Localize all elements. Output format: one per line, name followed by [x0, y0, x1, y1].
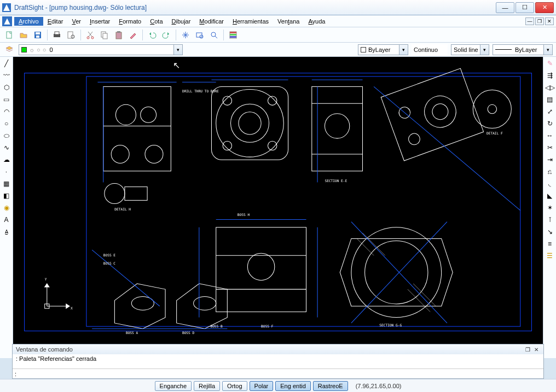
print-button[interactable]: [51, 29, 63, 41]
status-enganche[interactable]: Enganche: [155, 381, 192, 391]
svg-rect-25: [103, 86, 171, 171]
print-preview-button[interactable]: [65, 29, 77, 41]
layer-combo[interactable]: ☼ ○ ○ 0: [19, 44, 183, 55]
mirror-tool[interactable]: ◁▷: [545, 82, 555, 93]
cut-button[interactable]: [84, 29, 96, 41]
region-tool[interactable]: ◉: [1, 202, 12, 213]
menu-modificar[interactable]: Modificar: [195, 17, 228, 26]
status-ortog[interactable]: Ortog: [222, 381, 247, 391]
break-tool[interactable]: ⎌: [545, 166, 555, 177]
color-label: ByLayer: [368, 46, 390, 53]
zoom-extents-button[interactable]: [208, 29, 220, 41]
properties-palette-button[interactable]: [227, 29, 239, 41]
menu-ver[interactable]: Ver: [67, 17, 85, 26]
polyline-tool[interactable]: 〰: [1, 70, 12, 81]
menu-formato[interactable]: Formato: [114, 17, 146, 26]
ellipse-tool[interactable]: ⬭: [1, 130, 12, 141]
mdi-restore-button[interactable]: ❐: [535, 17, 544, 25]
scale-tool[interactable]: ⤢: [545, 106, 555, 117]
undo-button[interactable]: [146, 29, 158, 41]
menu-dibujar[interactable]: Dibujar: [167, 17, 195, 26]
lineweight-dropdown-button[interactable]: [480, 45, 489, 55]
new-file-button[interactable]: [3, 29, 15, 41]
zoom-window-button[interactable]: [194, 29, 206, 41]
close-button[interactable]: ✕: [535, 2, 554, 13]
mdi-close-button[interactable]: ✕: [545, 17, 554, 25]
fillet-tool[interactable]: ◟: [545, 178, 555, 189]
pan-button[interactable]: [179, 29, 192, 41]
menu-cota[interactable]: Cota: [146, 17, 167, 26]
status-eng-entid[interactable]: Eng entid: [275, 381, 310, 391]
arc-tool[interactable]: ◠: [1, 106, 12, 117]
linestyle-dropdown-button[interactable]: [543, 45, 552, 55]
maximize-button[interactable]: ☐: [516, 2, 534, 13]
paste-button[interactable]: [113, 29, 125, 41]
point-tool[interactable]: ·: [1, 166, 12, 177]
status-rastreoe[interactable]: RastreoE: [313, 381, 348, 391]
erase-tool[interactable]: ✎: [545, 58, 555, 69]
linestyle-label: ByLayer: [515, 46, 537, 53]
redo-button[interactable]: [160, 29, 172, 41]
align-tool[interactable]: ☰: [545, 250, 555, 261]
rotate-tool[interactable]: ↻: [545, 118, 555, 129]
svg-point-42: [325, 114, 349, 138]
lineweight-combo[interactable]: Solid line: [451, 44, 489, 55]
status-rejilla[interactable]: Rejilla: [194, 381, 220, 391]
open-file-button[interactable]: [18, 29, 30, 41]
coordinates-readout: (7.96,21.65,0.00): [356, 383, 402, 389]
spline-tool[interactable]: ∿: [1, 142, 12, 153]
circle-tool[interactable]: ○: [1, 118, 12, 129]
layer-manager-button[interactable]: [3, 44, 15, 56]
leader-tool[interactable]: ↘: [545, 226, 555, 237]
polygon-tool[interactable]: ⬡: [1, 82, 12, 93]
menu-archivo[interactable]: Archivo: [14, 17, 43, 26]
copy-button[interactable]: [99, 29, 111, 41]
window-title: DraftSight - [pump housing.dwg- Sólo lec…: [14, 4, 496, 11]
trim-tool[interactable]: ✂: [545, 142, 555, 153]
drawing-canvas[interactable]: ↖: [13, 57, 543, 347]
measure-tool[interactable]: ≡: [545, 238, 555, 249]
svg-point-34: [223, 96, 231, 105]
mdi-minimize-button[interactable]: —: [525, 17, 534, 25]
svg-rect-59: [216, 227, 306, 312]
line-tool[interactable]: ╱: [1, 58, 12, 69]
hatch-tool[interactable]: ▦: [1, 178, 12, 189]
revision-cloud-tool[interactable]: ☁: [1, 154, 12, 165]
svg-rect-4: [36, 32, 40, 34]
rectangle-tool[interactable]: ▭: [1, 94, 12, 105]
menu-editar[interactable]: Editar: [43, 17, 68, 26]
svg-line-72: [92, 250, 160, 306]
match-properties-button[interactable]: [127, 29, 139, 41]
color-combo[interactable]: ByLayer: [358, 44, 408, 55]
menu-ayuda[interactable]: Ayuda: [304, 17, 329, 26]
linestyle-combo[interactable]: ByLayer: [493, 44, 553, 55]
menu-insertar[interactable]: Insertar: [85, 17, 114, 26]
dimension-tool[interactable]: ⊺: [545, 214, 555, 225]
svg-rect-38: [211, 86, 288, 160]
menu-herramientas[interactable]: Herramientas: [228, 17, 273, 26]
array-tool[interactable]: ▤: [545, 94, 555, 105]
command-input[interactable]: :: [13, 368, 543, 378]
svg-point-35: [268, 96, 276, 105]
command-window-undock-button[interactable]: ❐: [524, 346, 531, 353]
stretch-tool[interactable]: ↔: [545, 130, 555, 141]
layer-dropdown-button[interactable]: [173, 45, 182, 55]
color-dropdown-button[interactable]: [399, 45, 408, 55]
svg-point-44: [420, 91, 460, 132]
extend-tool[interactable]: ⇥: [545, 154, 555, 165]
command-window-title: Ventana de comando ❐ ✕: [13, 344, 543, 354]
command-window-close-button[interactable]: ✕: [532, 346, 540, 353]
label-boss-d: BOSS D: [182, 331, 195, 335]
menu-ventana[interactable]: Ventana: [273, 17, 304, 26]
mtext-tool[interactable]: A̲: [1, 226, 12, 237]
gradient-tool[interactable]: ◧: [1, 190, 12, 201]
text-tool[interactable]: A: [1, 214, 12, 225]
offset-tool[interactable]: ⇶: [545, 70, 555, 81]
save-button[interactable]: [32, 29, 44, 41]
minimize-button[interactable]: —: [496, 2, 514, 13]
status-polar[interactable]: Polar: [250, 381, 274, 391]
explode-tool[interactable]: ✶: [545, 202, 555, 213]
chamfer-tool[interactable]: ◣: [545, 190, 555, 201]
standard-toolbar: [0, 27, 556, 43]
label-detail-h: DETAIL H: [114, 207, 131, 211]
